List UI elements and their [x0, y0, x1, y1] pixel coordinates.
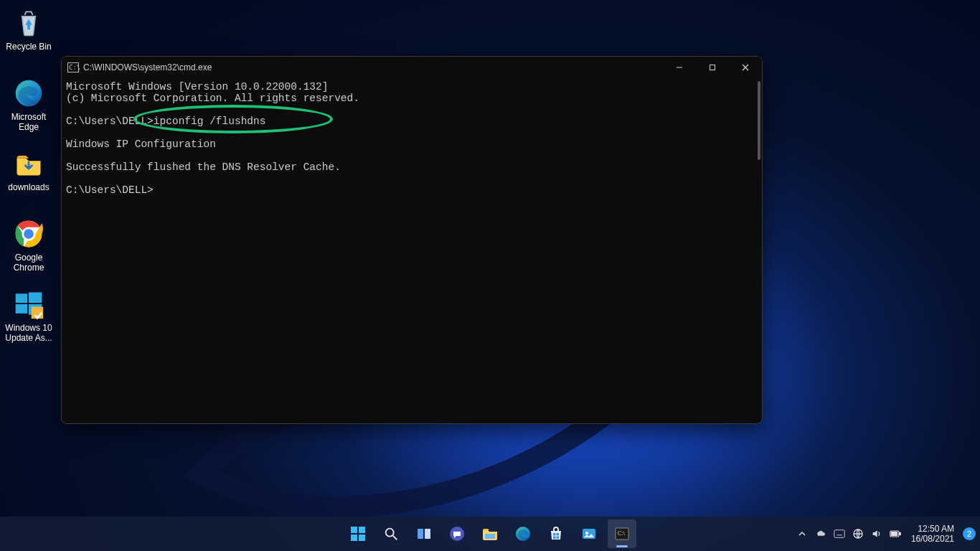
network-icon[interactable] — [852, 528, 864, 540]
close-button[interactable] — [729, 57, 762, 78]
taskbar-clock[interactable]: 12:50 AM 16/08/2021 — [911, 524, 954, 544]
tray-overflow-icon[interactable] — [796, 528, 808, 540]
svg-rect-16 — [359, 534, 365, 541]
cmd-window[interactable]: C:\ C:\WINDOWS\system32\cmd.exe Microsof… — [61, 56, 763, 424]
cmd-scrollbar[interactable] — [758, 81, 760, 160]
maximize-button[interactable] — [696, 57, 729, 78]
svg-rect-41 — [891, 532, 897, 536]
svg-rect-24 — [553, 533, 556, 536]
svg-rect-15 — [351, 534, 357, 541]
notification-badge[interactable]: 2 — [963, 527, 976, 540]
desktop-icon-google-chrome[interactable]: Google Chrome — [1, 217, 56, 273]
desktop-icon-label: Microsoft Edge — [1, 112, 56, 132]
svg-point-17 — [386, 529, 394, 537]
desktop-icon-downloads[interactable]: downloads — [1, 146, 56, 192]
keyboard-layout-icon[interactable] — [834, 528, 845, 540]
clock-time: 12:50 AM — [911, 524, 954, 534]
downloads-icon — [11, 146, 46, 181]
svg-rect-40 — [900, 532, 901, 534]
svg-rect-10 — [710, 65, 715, 70]
pinned-app-button[interactable] — [575, 519, 603, 548]
file-explorer-button[interactable] — [476, 519, 504, 548]
store-button[interactable] — [542, 519, 570, 548]
chat-button[interactable] — [443, 519, 471, 548]
edge-button[interactable] — [509, 519, 537, 548]
desktop-icon-label: downloads — [1, 182, 56, 192]
desktop-icon-label: Google Chrome — [1, 253, 56, 273]
recycle-bin-icon — [11, 6, 46, 40]
svg-rect-19 — [418, 529, 423, 539]
start-button[interactable] — [344, 519, 372, 548]
taskbar-center: C:\ — [344, 517, 636, 551]
cmd-titlebar[interactable]: C:\ C:\WINDOWS\system32\cmd.exe — [62, 57, 762, 78]
desktop-icon-recycle-bin[interactable]: Recycle Bin — [1, 6, 56, 52]
svg-rect-25 — [557, 533, 560, 536]
svg-rect-14 — [359, 527, 365, 533]
svg-line-18 — [393, 536, 397, 540]
minimize-button[interactable] — [663, 57, 696, 78]
svg-rect-13 — [351, 527, 357, 533]
svg-rect-20 — [425, 529, 430, 539]
search-button[interactable] — [377, 519, 405, 548]
clock-date: 16/08/2021 — [911, 534, 954, 544]
svg-rect-26 — [553, 537, 556, 540]
system-tray[interactable]: 12:50 AM 16/08/2021 2 — [796, 517, 976, 551]
svg-rect-5 — [29, 293, 42, 303]
svg-rect-6 — [16, 304, 27, 314]
svg-rect-4 — [16, 293, 27, 303]
svg-point-29 — [585, 532, 588, 534]
desktop-icon-label: Recycle Bin — [1, 42, 56, 52]
cmd-icon: C:\ — [67, 62, 79, 72]
cmd-taskbar-button[interactable]: C:\ — [608, 519, 636, 548]
svg-text:C:\: C:\ — [618, 530, 626, 537]
cmd-output[interactable]: Microsoft Windows [Version 10.0.22000.13… — [62, 78, 762, 423]
battery-icon[interactable] — [890, 528, 901, 540]
svg-rect-27 — [557, 537, 560, 540]
task-view-button[interactable] — [410, 519, 438, 548]
taskbar[interactable]: C:\ 12:50 AM 16/08/2021 2 — [0, 517, 980, 551]
desktop-icon-microsoft-edge[interactable]: Microsoft Edge — [1, 76, 56, 132]
google-chrome-icon — [11, 217, 46, 251]
desktop-icon-label: Windows 10 Update As... — [1, 323, 56, 343]
svg-rect-22 — [485, 534, 495, 539]
svg-rect-32 — [834, 530, 844, 538]
cmd-title: C:\WINDOWS\system32\cmd.exe — [83, 62, 663, 72]
microsoft-edge-icon — [11, 76, 46, 110]
desktop-icon-windows-update-assistant[interactable]: Windows 10 Update As... — [1, 287, 56, 343]
onedrive-icon[interactable] — [815, 528, 826, 540]
windows-update-assistant-icon — [11, 287, 46, 321]
volume-icon[interactable] — [871, 528, 882, 540]
